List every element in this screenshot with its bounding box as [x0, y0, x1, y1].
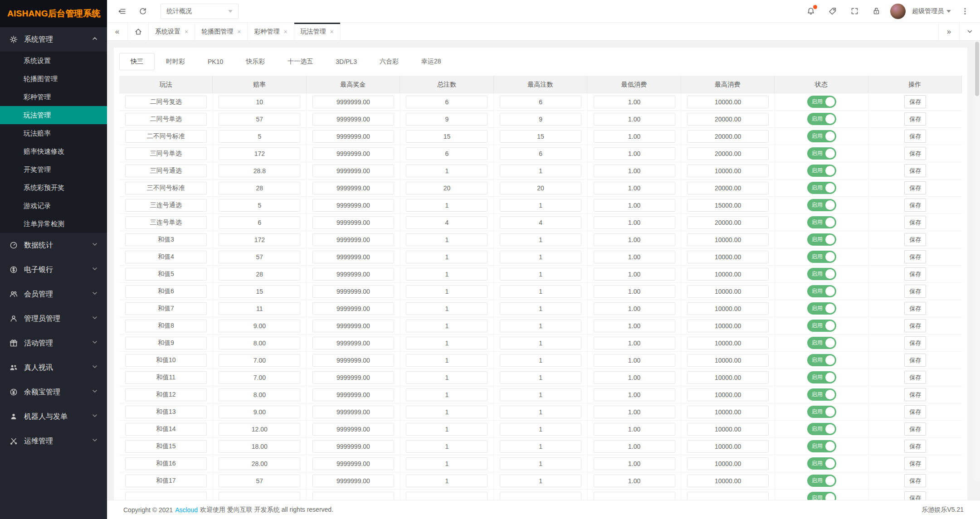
status-toggle[interactable]: 启用 — [807, 113, 836, 125]
save-button[interactable]: 保存 — [904, 267, 926, 281]
total-bets-input[interactable] — [406, 440, 488, 453]
play-name-input[interactable] — [125, 96, 207, 108]
status-toggle[interactable]: 启用 — [807, 233, 836, 246]
save-button[interactable]: 保存 — [904, 147, 926, 160]
nav-select[interactable]: 统计概况 — [161, 4, 239, 19]
min-cost-input[interactable] — [594, 354, 675, 367]
play-name-input[interactable] — [125, 354, 207, 367]
min-cost-input[interactable] — [594, 251, 675, 263]
nav-tab[interactable]: 玩法管理 × — [294, 23, 341, 40]
max-bets-input[interactable] — [500, 354, 581, 367]
close-icon[interactable]: × — [283, 28, 287, 35]
odds-input[interactable] — [219, 354, 300, 367]
odds-input[interactable] — [219, 96, 300, 108]
max-bets-input[interactable] — [500, 233, 581, 246]
play-name-input[interactable] — [125, 182, 207, 194]
save-button[interactable]: 保存 — [904, 130, 926, 143]
max-prize-input[interactable] — [312, 492, 394, 500]
odds-input[interactable] — [219, 475, 300, 487]
max-prize-input[interactable] — [312, 337, 394, 349]
max-bets-input[interactable] — [500, 216, 581, 229]
play-name-input[interactable] — [125, 371, 207, 384]
max-cost-input[interactable] — [687, 268, 769, 281]
game-tab[interactable]: 3D/PL3 — [324, 53, 368, 70]
max-cost-input[interactable] — [687, 96, 769, 108]
total-bets-input[interactable] — [406, 251, 488, 263]
status-toggle[interactable]: 启用 — [807, 423, 836, 435]
status-toggle[interactable]: 启用 — [807, 251, 836, 263]
save-button[interactable]: 保存 — [904, 319, 926, 332]
save-button[interactable]: 保存 — [904, 422, 926, 436]
min-cost-input[interactable] — [594, 233, 675, 246]
status-toggle[interactable]: 启用 — [807, 337, 836, 349]
sidebar-item-ops-management[interactable]: 运维管理 — [0, 429, 107, 453]
max-cost-input[interactable] — [687, 388, 769, 401]
odds-input[interactable] — [219, 130, 300, 143]
play-name-input[interactable] — [125, 406, 207, 418]
min-cost-input[interactable] — [594, 475, 675, 487]
total-bets-input[interactable] — [406, 147, 488, 160]
save-button[interactable]: 保存 — [904, 405, 926, 418]
max-cost-input[interactable] — [687, 147, 769, 160]
odds-input[interactable] — [219, 388, 300, 401]
max-cost-input[interactable] — [687, 457, 769, 470]
odds-input[interactable] — [219, 182, 300, 194]
save-button[interactable]: 保存 — [904, 285, 926, 298]
max-bets-input[interactable] — [500, 320, 581, 332]
total-bets-input[interactable] — [406, 96, 488, 108]
max-prize-input[interactable] — [312, 233, 394, 246]
max-cost-input[interactable] — [687, 440, 769, 453]
odds-input[interactable] — [219, 337, 300, 349]
status-toggle[interactable]: 启用 — [807, 182, 836, 194]
lock-icon[interactable] — [868, 4, 884, 19]
sidebar-item-admin-management[interactable]: 管理员管理 — [0, 306, 107, 331]
total-bets-input[interactable] — [406, 354, 488, 367]
sidebar-subitem[interactable]: 轮播图管理 — [0, 70, 107, 88]
max-bets-input[interactable] — [500, 113, 581, 126]
status-toggle[interactable]: 启用 — [807, 165, 836, 177]
max-cost-input[interactable] — [687, 216, 769, 229]
play-name-input[interactable] — [125, 320, 207, 332]
sidebar-item-yuebao-management[interactable]: 余额宝管理 — [0, 380, 107, 404]
max-bets-input[interactable] — [500, 147, 581, 160]
odds-input[interactable] — [219, 268, 300, 281]
status-toggle[interactable]: 启用 — [807, 406, 836, 418]
max-bets-input[interactable] — [500, 199, 581, 212]
max-cost-input[interactable] — [687, 406, 769, 418]
game-tab[interactable]: 六合彩 — [368, 53, 410, 70]
status-toggle[interactable]: 启用 — [807, 285, 836, 297]
min-cost-input[interactable] — [594, 320, 675, 332]
play-name-input[interactable] — [125, 388, 207, 401]
total-bets-input[interactable] — [406, 199, 488, 212]
max-prize-input[interactable] — [312, 320, 394, 332]
max-prize-input[interactable] — [312, 199, 394, 212]
save-button[interactable]: 保存 — [904, 302, 926, 315]
nav-tab[interactable]: 彩种管理 × — [248, 23, 294, 40]
max-bets-input[interactable] — [500, 492, 581, 500]
max-prize-input[interactable] — [312, 96, 394, 108]
odds-input[interactable] — [219, 113, 300, 126]
max-bets-input[interactable] — [500, 457, 581, 470]
fullscreen-icon[interactable] — [847, 4, 862, 19]
max-prize-input[interactable] — [312, 113, 394, 126]
game-tab[interactable]: 快三 — [119, 53, 155, 70]
odds-input[interactable] — [219, 165, 300, 177]
odds-input[interactable] — [219, 233, 300, 246]
sidebar-item-member-management[interactable]: 会员管理 — [0, 282, 107, 306]
min-cost-input[interactable] — [594, 147, 675, 160]
status-toggle[interactable]: 启用 — [807, 475, 836, 487]
total-bets-input[interactable] — [406, 302, 488, 315]
nav-tab[interactable]: 系统设置 × — [149, 23, 195, 40]
game-tab[interactable]: 时时彩 — [155, 53, 196, 70]
save-button[interactable]: 保存 — [904, 199, 926, 212]
status-toggle[interactable]: 启用 — [807, 216, 836, 228]
max-prize-input[interactable] — [312, 130, 394, 143]
max-cost-input[interactable] — [687, 492, 769, 500]
max-bets-input[interactable] — [500, 406, 581, 418]
odds-input[interactable] — [219, 302, 300, 315]
min-cost-input[interactable] — [594, 165, 675, 177]
max-cost-input[interactable] — [687, 233, 769, 246]
sidebar-subitem[interactable]: 赔率快速修改 — [0, 142, 107, 160]
total-bets-input[interactable] — [406, 320, 488, 332]
max-prize-input[interactable] — [312, 216, 394, 229]
